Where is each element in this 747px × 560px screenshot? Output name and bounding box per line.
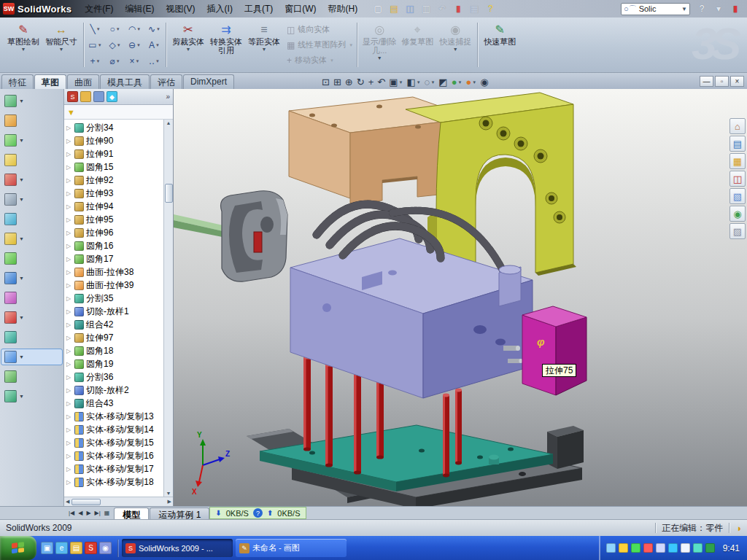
- tray-icon[interactable]: [681, 543, 690, 553]
- taskpane-design-library-icon[interactable]: ▤: [729, 136, 746, 152]
- view-orientation-icon[interactable]: ▣▼: [388, 77, 403, 88]
- expand-arrow-icon[interactable]: ▷: [66, 190, 72, 197]
- appearances-icon[interactable]: ●▼: [451, 77, 463, 88]
- dropdown-arrow-icon[interactable]: ▼: [155, 43, 160, 47]
- locating-knob[interactable]: [489, 455, 499, 465]
- dropdown-arrow-icon[interactable]: ▼: [117, 43, 121, 47]
- arc-tool-icon[interactable]: ◠▼: [125, 21, 144, 37]
- rotate-view-icon[interactable]: ↻: [356, 77, 365, 88]
- taskpane-file-explorer-icon[interactable]: ▦: [729, 153, 746, 169]
- scroll-left-icon[interactable]: ◀: [66, 499, 69, 505]
- tree-item[interactable]: ▷拉伸92: [64, 174, 163, 187]
- expand-arrow-icon[interactable]: ▷: [66, 269, 72, 276]
- rebuild-icon[interactable]: ▮: [451, 2, 465, 15]
- feature-filter-bar[interactable]: ▼: [64, 105, 173, 120]
- offset-entities-button[interactable]: ≡等距实体▼: [246, 20, 282, 71]
- tab-evaluate[interactable]: 评估: [150, 74, 182, 89]
- hide-show-items-icon[interactable]: ◌▼: [424, 77, 436, 88]
- panel-toggle-icon[interactable]: ▾: [711, 2, 726, 15]
- tree-item[interactable]: ▷实体-移动/复制16: [64, 449, 163, 462]
- scroll-right-icon[interactable]: ▶: [168, 499, 171, 505]
- tree-vertical-scrollbar[interactable]: ▲ ▼: [163, 120, 173, 497]
- configurationmanager-tab-icon[interactable]: [93, 91, 104, 102]
- tab-dimxpert[interactable]: DimXpert: [183, 74, 234, 89]
- taskpane-resources-icon[interactable]: ⌂: [729, 118, 746, 134]
- tree-item[interactable]: ▷拉伸96: [64, 226, 163, 239]
- options-icon[interactable]: ▦: [467, 2, 481, 15]
- dropdown-arrow-icon[interactable]: ▼: [453, 47, 458, 52]
- dropdown-arrow-icon[interactable]: ▼: [98, 43, 102, 47]
- first-tab-button[interactable]: |◀: [67, 510, 76, 516]
- dropdown-arrow-icon[interactable]: ▼: [136, 59, 140, 63]
- graphics-viewport[interactable]: φ Y Z X 拉伸75 ⌂▤▦◫▧◉▨: [174, 89, 747, 506]
- dropdown-arrow-icon[interactable]: ▼: [19, 236, 24, 241]
- left-tool-15[interactable]: [1, 369, 62, 384]
- dropdown-arrow-icon[interactable]: ▼: [19, 98, 24, 104]
- dropdown-arrow-icon[interactable]: ▼: [349, 43, 353, 47]
- move-entities-button[interactable]: +移动实体▼: [285, 54, 355, 66]
- menu-item[interactable]: 编辑(E): [120, 1, 160, 17]
- rapid-sketch-button[interactable]: ✎快速草图: [481, 20, 518, 71]
- last-tab-button[interactable]: ▶|: [93, 510, 102, 516]
- tree-item[interactable]: ▷实体-移动/复制13: [64, 410, 163, 423]
- search-input[interactable]: Solic: [639, 4, 679, 13]
- dropdown-arrow-icon[interactable]: ▼: [398, 80, 403, 85]
- expand-arrow-icon[interactable]: ▷: [66, 243, 72, 249]
- quick-snaps-button[interactable]: ◉快速捕捉▼: [437, 20, 473, 71]
- document-tab[interactable]: 运动算例 1: [150, 508, 209, 519]
- start-button[interactable]: [0, 536, 36, 560]
- smart-dimension-button[interactable]: ↔智能尺寸▼: [43, 20, 80, 71]
- display-style-icon[interactable]: ◧▼: [406, 77, 421, 88]
- tab-surfaces[interactable]: 曲面: [67, 74, 99, 89]
- expand-arrow-icon[interactable]: ▷: [66, 217, 72, 223]
- propertymanager-tab-icon[interactable]: [80, 91, 91, 102]
- expand-arrow-icon[interactable]: ▷: [66, 348, 72, 354]
- pan-icon[interactable]: +: [368, 77, 375, 88]
- expand-arrow-icon[interactable]: ▷: [66, 282, 72, 289]
- expand-arrow-icon[interactable]: ▷: [66, 138, 72, 144]
- scroll-thumb[interactable]: [165, 184, 173, 203]
- extrude75-block[interactable]: φ: [522, 306, 587, 395]
- spline-tool-icon[interactable]: ∿▼: [144, 21, 164, 37]
- expand-arrow-icon[interactable]: ▷: [66, 177, 72, 184]
- expand-arrow-icon[interactable]: ▷: [66, 295, 72, 302]
- next-tab-button[interactable]: ▶: [85, 510, 92, 516]
- ie-icon[interactable]: e: [55, 542, 68, 554]
- prev-tab-button[interactable]: ◀: [77, 510, 84, 516]
- viewport-restore-button[interactable]: ▫: [715, 76, 729, 87]
- dropdown-arrow-icon[interactable]: ▼: [96, 59, 101, 63]
- zoom-area-icon[interactable]: ⊞: [333, 77, 342, 88]
- tree-item[interactable]: ▷分割34: [64, 121, 163, 134]
- dropdown-arrow-icon[interactable]: ▼: [19, 138, 24, 143]
- scroll-down-icon[interactable]: ▼: [166, 491, 171, 496]
- tray-icon[interactable]: [631, 543, 640, 553]
- tree-item[interactable]: ▷组合43: [64, 397, 163, 410]
- left-tool-5[interactable]: ▼: [1, 172, 62, 187]
- dropdown-arrow-icon[interactable]: ▼: [156, 27, 160, 31]
- tree-item[interactable]: ▷曲面-拉伸39: [64, 279, 163, 292]
- polygon-tool-icon[interactable]: ◇▼: [105, 37, 125, 53]
- dropdown-arrow-icon[interactable]: ▼: [19, 315, 24, 320]
- tray-icon[interactable]: [619, 543, 628, 553]
- help-icon[interactable]: ?: [483, 2, 498, 15]
- dropdown-arrow-icon[interactable]: ▼: [59, 47, 64, 52]
- expand-arrow-icon[interactable]: ▷: [66, 151, 72, 158]
- tree-item[interactable]: ▷分割36: [64, 370, 163, 384]
- tree-item[interactable]: ▷曲面-拉伸38: [64, 265, 163, 279]
- hose-fitting-block[interactable]: [499, 265, 521, 306]
- tree-item[interactable]: ▷实体-移动/复制17: [64, 462, 163, 475]
- tree-item[interactable]: ▷实体-移动/复制15: [64, 436, 163, 449]
- left-tool-6[interactable]: ▼: [1, 192, 62, 207]
- tree-item[interactable]: ▷切除-放样1: [64, 305, 163, 318]
- tree-item[interactable]: ▷圆角19: [64, 357, 163, 370]
- taskbar-task-button[interactable]: ✎未命名 - 画图: [236, 539, 347, 557]
- tray-icon[interactable]: [643, 543, 653, 553]
- menu-item[interactable]: 帮助(H): [322, 1, 364, 17]
- dropdown-arrow-icon[interactable]: ▼: [417, 80, 421, 85]
- dropdown-arrow-icon[interactable]: ▼: [262, 47, 267, 52]
- dropdown-arrow-icon[interactable]: ▼: [136, 43, 141, 47]
- expand-arrow-icon[interactable]: ▷: [66, 164, 72, 171]
- show-desktop-icon[interactable]: ▣: [41, 542, 53, 554]
- slot-tool-icon[interactable]: ⊖▼: [125, 37, 144, 53]
- expand-arrow-icon[interactable]: ▷: [66, 256, 72, 262]
